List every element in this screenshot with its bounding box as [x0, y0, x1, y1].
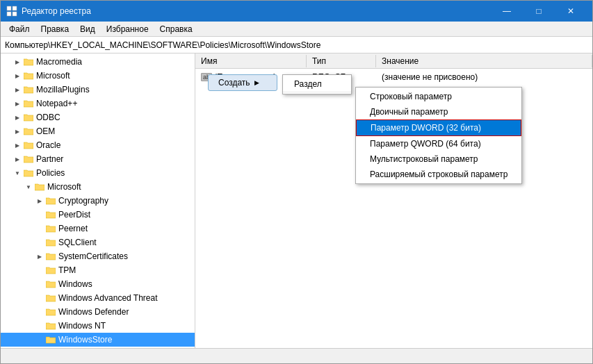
tree-label: Microsoft	[36, 71, 70, 81]
folder-icon	[23, 70, 34, 81]
window-title: Редактор реестра	[22, 6, 491, 16]
menu-bar: Файл Правка Вид Избранное Справка	[1, 22, 592, 37]
tree-item-tpm[interactable]: TPM	[1, 263, 195, 277]
tree-item-windows-advanced[interactable]: Windows Advanced Threat	[1, 291, 195, 305]
col-header-value: Значение	[376, 55, 592, 67]
tree-label: Microsoft	[47, 182, 81, 192]
tree-label: WindowsStore	[58, 335, 112, 345]
tree-item-systemcertificates[interactable]: SystemCertificates	[1, 249, 195, 263]
minimize-button[interactable]: —	[491, 1, 523, 22]
folder-icon	[45, 251, 56, 262]
folder-icon	[23, 126, 34, 137]
tree-label: Windows NT	[58, 321, 106, 331]
expander-microsoft-policies[interactable]	[23, 181, 34, 192]
tree-item-cryptography[interactable]: Cryptography	[1, 194, 195, 208]
tree-item-odbc[interactable]: ODBC	[1, 110, 195, 124]
menu-string-param[interactable]: Строковый параметр	[356, 89, 521, 104]
create-area: Создать ▶	[208, 74, 277, 91]
folder-icon	[23, 84, 34, 95]
create-submenu-second: Строковый параметр Двоичный параметр Пар…	[355, 87, 522, 184]
tree-label: Peernet	[58, 224, 88, 233]
expander-windows-defender[interactable]	[34, 306, 45, 317]
tree-item-windows-defender[interactable]: Windows Defender	[1, 305, 195, 319]
tree-label: Cryptography	[58, 196, 108, 206]
app-icon	[6, 6, 17, 17]
expander-odbc[interactable]	[12, 112, 23, 123]
tree-item-partner[interactable]: Partner	[1, 152, 195, 166]
folder-icon	[45, 306, 56, 317]
tree-item-windows[interactable]: Windows	[1, 277, 195, 291]
expander-partner[interactable]	[12, 154, 23, 165]
close-button[interactable]: ✕	[555, 1, 587, 22]
folder-icon	[45, 195, 56, 206]
expander-windows[interactable]	[34, 279, 45, 290]
tree-item-windows-nt[interactable]: Windows NT	[1, 319, 195, 333]
tree-label: SystemCertificates	[58, 251, 128, 261]
menu-binary-param[interactable]: Двоичный параметр	[356, 104, 521, 119]
folder-icon	[34, 181, 45, 192]
folder-icon	[23, 167, 34, 179]
tree-item-notepadpp[interactable]: Notepad++	[1, 97, 195, 110]
folder-icon	[23, 98, 34, 109]
svg-rect-0	[7, 6, 11, 10]
col-header-name: Имя	[195, 55, 307, 67]
tree-item-oracle[interactable]: Oracle	[1, 138, 195, 152]
col-header-type: Тип	[307, 55, 376, 67]
expander-notepadpp[interactable]	[12, 98, 23, 109]
tree-item-windowsstore[interactable]: WindowsStore	[1, 333, 195, 347]
svg-rect-3	[13, 12, 17, 16]
expander-peernet[interactable]	[34, 223, 45, 234]
tree-item-oem[interactable]: OEM	[1, 124, 195, 138]
expander-sqlclient[interactable]	[34, 237, 45, 248]
tree-item-policies[interactable]: Policies	[1, 166, 195, 180]
menu-multistring-param[interactable]: Мультистроковый параметр	[356, 151, 521, 167]
expander-peerdist[interactable]	[34, 209, 45, 220]
maximize-button[interactable]: □	[523, 1, 555, 22]
expander-microsoft-top[interactable]	[12, 70, 23, 81]
tree-item-microsoft-top[interactable]: Microsoft	[1, 69, 195, 83]
create-label: Создать	[218, 78, 250, 88]
tree-label: Macromedia	[36, 57, 82, 67]
tree-label: Windows Defender	[58, 307, 129, 317]
tree-item-macromedia[interactable]: Macromedia	[1, 55, 195, 69]
create-button[interactable]: Создать ▶	[208, 74, 277, 91]
tree-item-peerdist[interactable]: PeerDist	[1, 208, 195, 222]
menu-view[interactable]: Вид	[74, 23, 101, 35]
expander-systemcertificates[interactable]	[34, 251, 45, 262]
address-text: Компьютер\HKEY_LOCAL_MACHINE\SOFTWARE\Po…	[5, 40, 320, 50]
menu-favorites[interactable]: Избранное	[101, 23, 154, 35]
folder-icon	[45, 334, 56, 345]
expander-tpm[interactable]	[34, 265, 45, 276]
menu-dword-param[interactable]: Параметр DWORD (32 бита)	[356, 119, 521, 136]
menu-expandstring-param[interactable]: Расширяемый строковый параметр	[356, 167, 521, 182]
folder-icon	[45, 265, 56, 276]
expander-windowsstore[interactable]	[34, 334, 45, 345]
expander-oem[interactable]	[12, 126, 23, 137]
main-area: Macromedia Microsoft MozillaPlugins	[1, 53, 592, 348]
tree-item-mozillaplugins[interactable]: MozillaPlugins	[1, 83, 195, 97]
expander-mozillaplugins[interactable]	[12, 84, 23, 95]
menu-file[interactable]: Файл	[3, 23, 35, 35]
address-bar: Компьютер\HKEY_LOCAL_MACHINE\SOFTWARE\Po…	[1, 37, 592, 53]
expander-macromedia[interactable]	[12, 56, 23, 67]
title-bar: Редактор реестра — □ ✕	[1, 1, 592, 22]
tree-label: Windows Advanced Threat	[58, 293, 158, 303]
tree-label: Partner	[36, 154, 63, 164]
menu-edit[interactable]: Правка	[35, 23, 75, 35]
tree-label: Policies	[36, 168, 65, 178]
registry-editor-window: Редактор реестра — □ ✕ Файл Правка Вид И…	[0, 0, 593, 364]
expander-windows-advanced[interactable]	[34, 292, 45, 304]
tree-panel[interactable]: Macromedia Microsoft MozillaPlugins	[1, 53, 195, 348]
tree-item-sqlclient[interactable]: SQLClient	[1, 235, 195, 249]
menu-help[interactable]: Справка	[154, 23, 198, 35]
tree-item-microsoft-policies[interactable]: Microsoft	[1, 180, 195, 194]
svg-rect-1	[13, 6, 17, 10]
tree-item-peernet[interactable]: Peernet	[1, 222, 195, 235]
status-bar	[1, 348, 592, 363]
menu-razdel[interactable]: Раздел	[283, 76, 351, 92]
expander-oracle[interactable]	[12, 140, 23, 151]
expander-policies[interactable]	[12, 167, 23, 179]
expander-windows-nt[interactable]	[34, 320, 45, 331]
menu-qword-param[interactable]: Параметр QWORD (64 бита)	[356, 136, 521, 151]
expander-cryptography[interactable]	[34, 195, 45, 206]
